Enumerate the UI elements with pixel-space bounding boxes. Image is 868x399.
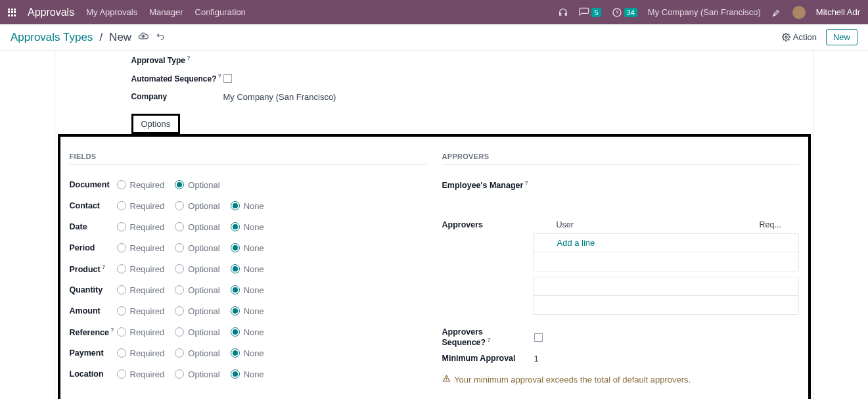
company-label: Company [131, 92, 223, 101]
breadcrumb-current: New [109, 31, 131, 44]
table-row: . [534, 252, 798, 271]
radio-document-required[interactable]: Required [117, 180, 165, 190]
support-icon[interactable] [558, 7, 568, 18]
field-label-product: Product? [70, 264, 117, 274]
tab-options[interactable]: Options [131, 114, 181, 134]
breadcrumb: Approvals Types / New [11, 31, 166, 44]
radio-quantity-optional[interactable]: Optional [175, 285, 219, 295]
approval-type-label: Approval Type? [131, 55, 223, 65]
field-label-contact: Contact [70, 201, 117, 210]
user-menu[interactable]: Mitchell Adr [816, 7, 860, 17]
field-row-payment: PaymentRequiredOptionalNone [70, 342, 426, 364]
radio-amount-none[interactable]: None [231, 306, 264, 316]
options-panel: FIELDS DocumentRequiredOptionalContactRe… [58, 134, 811, 399]
radio-quantity-required[interactable]: Required [117, 285, 165, 295]
field-label-amount: Amount [70, 306, 117, 316]
messages-icon[interactable]: 5 [579, 7, 601, 18]
tools-icon[interactable] [771, 7, 782, 18]
field-row-contact: ContactRequiredOptionalNone [70, 195, 426, 216]
action-menu[interactable]: Action [782, 32, 817, 42]
section-title-approvers: APPROVERS [442, 153, 799, 165]
add-approver-line[interactable]: Add a line [557, 238, 595, 248]
field-row-product: Product?RequiredOptionalNone [70, 258, 426, 279]
field-label-date: Date [70, 222, 117, 231]
field-row-date: DateRequiredOptionalNone [70, 216, 426, 237]
warning-text: Your minimum approval exceeds the total … [454, 375, 691, 385]
breadcrumb-parent[interactable]: Approvals Types [11, 31, 93, 44]
radio-document-optional[interactable]: Optional [175, 180, 219, 190]
company-value: My Company (San Francisco) [223, 92, 336, 102]
radio-product-optional[interactable]: Optional [175, 264, 219, 274]
cloud-save-icon[interactable] [138, 31, 148, 43]
section-title-fields: FIELDS [70, 153, 426, 165]
radio-amount-optional[interactable]: Optional [175, 306, 219, 316]
radio-location-none[interactable]: None [231, 369, 264, 379]
field-label-document: Document [70, 180, 117, 189]
brand-title[interactable]: Approvals [28, 7, 74, 18]
approvers-table-extra: . . [533, 277, 799, 315]
nav-item-manager[interactable]: Manager [149, 7, 183, 17]
breadcrumb-sep: / [99, 31, 103, 44]
approvers-table: Add a line . [533, 233, 799, 271]
company-switcher[interactable]: My Company (San Francisco) [648, 7, 761, 17]
radio-location-optional[interactable]: Optional [175, 369, 219, 379]
activities-icon[interactable]: 34 [612, 7, 637, 18]
radio-period-none[interactable]: None [231, 243, 264, 253]
radio-contact-optional[interactable]: Optional [175, 201, 219, 211]
svg-point-1 [785, 36, 787, 38]
field-label-period: Period [70, 243, 117, 252]
field-row-period: PeriodRequiredOptionalNone [70, 237, 426, 258]
field-row-quantity: QuantityRequiredOptionalNone [70, 279, 426, 300]
field-row-document: DocumentRequiredOptional [70, 174, 426, 195]
minimum-approval-value[interactable]: 1 [534, 354, 539, 364]
field-row-amount: AmountRequiredOptionalNone [70, 300, 426, 321]
approvers-sequence-label: Approvers Sequence?? [442, 327, 534, 347]
automated-sequence-checkbox[interactable] [223, 74, 232, 83]
field-row-location: LocationRequiredOptionalNone [70, 364, 426, 385]
approvers-table-header: User Req... [533, 218, 799, 233]
radio-contact-required[interactable]: Required [117, 201, 165, 211]
radio-contact-none[interactable]: None [231, 201, 264, 211]
automated-sequence-label: Automated Sequence?? [131, 73, 223, 83]
new-button[interactable]: New [826, 29, 857, 45]
radio-payment-optional[interactable]: Optional [175, 348, 219, 358]
avatar[interactable] [792, 6, 806, 19]
radio-amount-required[interactable]: Required [117, 306, 165, 316]
radio-product-required[interactable]: Required [117, 264, 165, 274]
approvers-header-req: Req... [760, 220, 799, 229]
form-sheet: Approval Type? Automated Sequence?? Comp… [55, 51, 814, 399]
action-menu-label: Action [793, 32, 817, 42]
field-label-reference: Reference? [70, 327, 117, 337]
radio-product-none[interactable]: None [231, 264, 264, 274]
radio-payment-required[interactable]: Required [117, 348, 165, 358]
nav-item-configuration[interactable]: Configuration [195, 7, 246, 17]
messages-badge: 5 [591, 8, 601, 17]
field-row-reference: Reference?RequiredOptionalNone [70, 321, 426, 342]
action-bar: Approvals Types / New Action New [0, 24, 868, 51]
radio-quantity-none[interactable]: None [231, 285, 264, 295]
table-row: . [534, 296, 798, 314]
radio-reference-required[interactable]: Required [117, 327, 165, 337]
radio-reference-none[interactable]: None [231, 327, 264, 337]
top-nav: Approvals My ApprovalsManagerConfigurati… [0, 0, 868, 24]
table-row: . [534, 277, 798, 296]
field-label-payment: Payment [70, 348, 117, 358]
discard-icon[interactable] [155, 31, 166, 43]
approvers-label: Approvers [442, 218, 522, 229]
radio-date-none[interactable]: None [231, 222, 264, 232]
radio-location-required[interactable]: Required [117, 369, 165, 379]
apps-icon[interactable] [8, 9, 16, 16]
nav-item-my-approvals[interactable]: My Approvals [86, 7, 137, 17]
radio-date-required[interactable]: Required [117, 222, 165, 232]
employees-manager-label: Employee's Manager? [442, 179, 528, 190]
radio-period-optional[interactable]: Optional [175, 243, 219, 253]
field-label-location: Location [70, 369, 117, 379]
approvers-sequence-checkbox[interactable] [534, 333, 543, 342]
activities-badge: 34 [624, 8, 637, 17]
radio-payment-none[interactable]: None [231, 348, 264, 358]
minimum-approval-label: Minimum Approval [442, 354, 534, 363]
radio-reference-optional[interactable]: Optional [175, 327, 219, 337]
radio-period-required[interactable]: Required [117, 243, 165, 253]
field-label-quantity: Quantity [70, 285, 117, 294]
radio-date-optional[interactable]: Optional [175, 222, 219, 232]
